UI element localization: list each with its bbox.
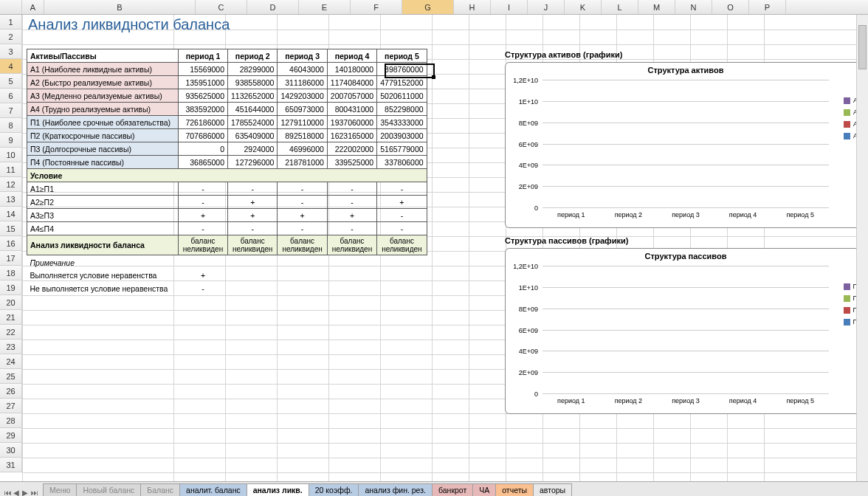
bar [542,80,600,208]
tab-prev-icon[interactable]: ◀ [13,489,21,496]
row-header-26[interactable]: 26 [0,384,22,399]
row-header-17[interactable]: 17 [0,251,22,266]
row-header-6[interactable]: 6 [0,89,22,103]
col-header-I[interactable]: I [491,0,528,14]
sheet-tab[interactable]: Баланс [140,483,180,496]
col-header-A[interactable]: A [22,0,44,14]
bar [600,80,658,208]
condition-header: Условие [27,169,427,182]
vertical-scrollbar[interactable] [856,15,868,481]
bar [657,266,714,394]
liquidity-table[interactable]: Активы/Пассивы период 1 период 2 период … [27,49,427,295]
row-header-1[interactable]: 1 [0,15,22,30]
table-row[interactable]: П2 (Краткосрочные пассивы)70768600063540… [27,129,427,142]
sheet-tab[interactable]: анализ фин. рез. [358,483,433,496]
table-row[interactable]: А1 (Наиболее ликвидные активы)1556900028… [27,63,427,76]
header-row: Активы/Пассивы период 1 период 2 период … [27,49,427,63]
bar [714,266,772,394]
row-header-8[interactable]: 8 [0,118,22,133]
row-header-10[interactable]: 10 [0,148,22,162]
scroll-thumb[interactable] [858,25,867,69]
sheet-content[interactable]: Анализ ликвидности баланса Активы/Пассив… [22,15,868,481]
col-header-J[interactable]: J [528,0,565,14]
sheet-tab[interactable]: аналит. баланс [179,483,247,496]
note-row: Выполняется условие неравенства + [27,269,427,282]
sheet-tab[interactable]: авторы [533,483,572,496]
sheet-tab[interactable]: банкрот [432,483,473,496]
row-header-28[interactable]: 28 [0,413,22,428]
row-header-9[interactable]: 9 [0,133,22,148]
sheet-tab[interactable]: 20 коэфф. [309,483,359,496]
chart-title: Структура пассивов [506,252,866,261]
col-header-G[interactable]: G [402,0,454,14]
x-axis: период 1период 2период 3период 4период 5 [542,397,829,409]
sheet-tab[interactable]: Меню [43,483,77,496]
row-header-5[interactable]: 5 [0,74,22,89]
row-header-16[interactable]: 16 [0,236,22,251]
col-header-C[interactable]: C [196,0,247,14]
row-header-2[interactable]: 2 [0,30,22,44]
liabs-chart[interactable]: Структура пассивов 02E+094E+096E+098E+09… [505,248,867,414]
table-row[interactable]: А1≥П1----- [27,182,427,196]
row-header-18[interactable]: 18 [0,266,22,280]
col-header-P[interactable]: P [749,0,786,14]
table-row[interactable]: А3≥П3++++- [27,209,427,222]
row-header-20[interactable]: 20 [0,295,22,310]
col-header-E[interactable]: E [299,0,351,14]
table-row[interactable]: П3 (Долгосрочные пассивы)029240004699600… [27,142,427,156]
bar [771,266,829,394]
row-header-21[interactable]: 21 [0,310,22,325]
sheet-tabs: ⏮ ◀ ▶ ⏭ МенюНовый балансБалансаналит. ба… [0,481,868,496]
row-header-19[interactable]: 19 [0,280,22,295]
table-row[interactable]: А3 (Медленно реализуемые активы)93562500… [27,89,427,103]
chart1-header: Структура активов (графики) [505,50,622,59]
row-header-4[interactable]: 4 [0,59,22,74]
table-row[interactable]: А4≤П4----- [27,222,427,235]
plot-area [542,266,829,394]
row-header-7[interactable]: 7 [0,103,22,118]
row-header-22[interactable]: 22 [0,325,22,340]
row-header-23[interactable]: 23 [0,340,22,354]
col-header-D[interactable]: D [247,0,299,14]
col-header-O[interactable]: O [712,0,749,14]
row-header-31[interactable]: 31 [0,458,22,472]
row-header-13[interactable]: 13 [0,192,22,207]
bar [771,80,829,208]
row-header-11[interactable]: 11 [0,162,22,177]
col-header-M[interactable]: M [638,0,675,14]
col-header-L[interactable]: L [602,0,638,14]
row-headers: 1234567891011121314151617181920212223242… [0,15,22,481]
row-header-12[interactable]: 12 [0,177,22,192]
assets-chart[interactable]: Структура активов 02E+094E+096E+098E+091… [505,62,867,228]
table-row[interactable]: А4 (Трудно реализуемые активы)3835920004… [27,103,427,116]
table-row[interactable]: А2 (Быстро реализуемые активы)1359510009… [27,76,427,89]
row-header-25[interactable]: 25 [0,369,22,384]
tab-last-icon[interactable]: ⏭ [31,489,38,496]
col-header-F[interactable]: F [351,0,402,14]
tab-nav[interactable]: ⏮ ◀ ▶ ⏭ [0,489,43,496]
col-header-H[interactable]: H [454,0,491,14]
sheet-tab[interactable]: отчеты [495,483,534,496]
row-header-30[interactable]: 30 [0,443,22,458]
col-header-K[interactable]: K [565,0,602,14]
table-row[interactable]: П1 (Наиболее срочные обязательства)72618… [27,116,427,129]
table-row[interactable]: А2≥П2-+--+ [27,196,427,209]
sheet-tab[interactable]: Новый баланс [76,483,141,496]
row-header-3[interactable]: 3 [0,44,22,59]
tab-next-icon[interactable]: ▶ [22,489,30,496]
tab-first-icon[interactable]: ⏮ [4,489,12,496]
row-header-29[interactable]: 29 [0,428,22,443]
col-header-B[interactable]: B [44,0,196,14]
bar [714,80,772,208]
sheet-tab[interactable]: ЧА [472,483,496,496]
row-header-14[interactable]: 14 [0,207,22,221]
row-header-27[interactable]: 27 [0,399,22,413]
chart2-header: Структура пассивов (графики) [505,236,628,245]
col-header-N[interactable]: N [675,0,712,14]
analysis-row: Анализ ликвидности баланса баланс неликв… [27,235,427,255]
row-header-15[interactable]: 15 [0,221,22,236]
plot-area [542,80,829,208]
row-header-24[interactable]: 24 [0,354,22,369]
sheet-tab[interactable]: анализ ликв. [247,483,309,496]
table-row[interactable]: П4 (Постоянные пассивы)36865000127296000… [27,156,427,169]
